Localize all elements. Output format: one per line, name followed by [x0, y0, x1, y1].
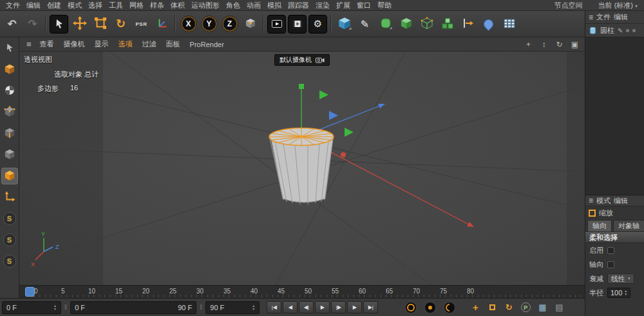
render-picture-viewer-button[interactable] [287, 14, 307, 34]
redo-button[interactable]: ↷ [23, 14, 43, 34]
snap-button[interactable]: S [2, 211, 17, 226]
menu-item[interactable]: 模拟 [264, 0, 285, 11]
dolly-view-icon[interactable]: ↕ [539, 40, 549, 49]
falloff-dropdown[interactable]: 线性 ▾ [607, 273, 634, 284]
stepper-icon[interactable]: ▲▼ [53, 304, 57, 311]
move-tool[interactable] [70, 14, 90, 34]
vp-menu-camera[interactable]: 摄像机 [59, 39, 90, 49]
live-selection-tool[interactable] [49, 14, 69, 34]
vp-menu-view[interactable]: 查看 [35, 39, 59, 49]
lock-z-axis-button[interactable]: Z [220, 14, 240, 34]
menu-item[interactable]: 动画 [243, 0, 264, 11]
edit-pencil-icon[interactable]: ✎ [618, 27, 623, 34]
am-menu-edit[interactable]: 编辑 [614, 196, 628, 206]
timeline-window-button[interactable]: ▤ [553, 302, 565, 313]
position-key-button[interactable]: + [469, 302, 481, 313]
cloner-button[interactable] [437, 14, 457, 34]
workplane-mode-button[interactable] [2, 147, 17, 163]
tab-object-axis[interactable]: 对象轴 [613, 220, 644, 232]
generator-button[interactable] [396, 14, 416, 34]
render-settings-button[interactable]: ⚙ [308, 14, 328, 34]
radius-value-field[interactable]: 100 ▲▼ [607, 288, 630, 298]
texture-mode-button[interactable] [2, 83, 17, 99]
coordinate-global-button[interactable] [240, 14, 260, 34]
scale-key-button[interactable] [486, 302, 498, 313]
object-name[interactable]: 圆柱 [600, 26, 614, 35]
menu-item[interactable]: 运动图形 [188, 0, 223, 11]
stepper-icon[interactable]: ▲▼ [624, 290, 627, 296]
make-editable-button[interactable] [2, 41, 17, 56]
hamburger-icon[interactable]: ≡ [23, 39, 35, 49]
volume-button[interactable] [478, 14, 498, 34]
orbit-view-icon[interactable]: ↻ [554, 40, 564, 49]
quantize-button[interactable]: S [2, 232, 17, 248]
om-menu-file[interactable]: 文件 [596, 12, 611, 22]
vp-menu-panel[interactable]: 面板 [162, 39, 185, 49]
timeline-playhead[interactable] [25, 287, 35, 297]
object-row-cylinder[interactable]: 圆柱 ✎ [585, 24, 644, 37]
transport-button[interactable]: |▶ [331, 301, 346, 313]
menu-item[interactable]: 编辑 [23, 0, 44, 11]
menu-item[interactable]: 网格 [126, 0, 147, 11]
transport-button[interactable]: ▶ [315, 301, 330, 313]
grip-handle[interactable]: ‖ [64, 304, 67, 311]
view-label[interactable]: 透视视图 [24, 55, 52, 64]
subdivision-surface-button[interactable] [375, 14, 395, 34]
hamburger-icon[interactable]: ≡ [589, 196, 593, 205]
menu-item[interactable]: 渲染 [312, 0, 333, 11]
menu-item[interactable]: 工具 [106, 0, 126, 11]
undo-button[interactable]: ↶ [2, 14, 22, 34]
viewport-canvas[interactable]: 透视视图 选取对象 总计 多边形 16 默认摄像机 Y X Z [19, 52, 585, 285]
parameter-key-button[interactable]: P [520, 302, 531, 313]
edges-mode-button[interactable] [2, 126, 17, 141]
grip-handle[interactable]: ‖ [200, 304, 202, 311]
workplane-snap-button[interactable]: S [2, 253, 17, 269]
vp-menu-prorender[interactable]: ProRender [185, 41, 229, 48]
preview-range-field[interactable]: 0 F 90 F [70, 301, 196, 314]
rotate-tool[interactable]: ↻ [111, 14, 131, 34]
menu-item[interactable]: 创建 [44, 0, 64, 11]
transport-button[interactable]: |◀ [267, 301, 281, 313]
polygons-mode-button[interactable] [2, 168, 17, 184]
menu-item[interactable]: 扩展 [333, 0, 354, 11]
points-mode-button[interactable] [2, 104, 17, 120]
psr-button[interactable]: PSR [131, 14, 151, 34]
end-frame-field[interactable]: 90 F ▲▼ [205, 301, 260, 314]
stepper-icon[interactable]: ▲▼ [252, 304, 255, 311]
array-grid-button[interactable] [499, 14, 519, 34]
tab-axis[interactable]: 轴向 [587, 220, 612, 232]
menu-item[interactable]: 窗口 [354, 0, 374, 11]
record-active-objects-button[interactable] [404, 301, 417, 314]
autokey-button[interactable] [424, 301, 437, 314]
coordinate-system-button[interactable] [152, 14, 172, 34]
layout-select[interactable]: 当前 (标准)▾ [598, 1, 638, 10]
rotation-key-button[interactable]: ↻ [503, 302, 515, 313]
am-menu-mode[interactable]: 模式 [596, 196, 611, 206]
menu-item[interactable]: 样条 [147, 0, 167, 11]
vp-menu-display[interactable]: 显示 [90, 39, 113, 49]
soft-selection-section-header[interactable]: 柔和选择 [585, 232, 644, 243]
point-level-animation-button[interactable]: ▦ [536, 302, 548, 313]
menu-item[interactable]: 文件 [3, 0, 23, 11]
render-view-button[interactable] [267, 14, 287, 34]
field-button[interactable] [458, 14, 478, 34]
transport-button[interactable]: ◀| [299, 301, 314, 313]
menu-item[interactable]: 跟踪器 [285, 0, 312, 11]
visibility-dot-icon[interactable] [632, 29, 636, 32]
instance-button[interactable] [417, 14, 437, 34]
transport-button[interactable]: ▶| [363, 301, 378, 313]
vp-menu-options[interactable]: 选项 [114, 39, 137, 49]
lock-y-axis-button[interactable]: Y [199, 14, 219, 34]
object-manager-list[interactable] [585, 37, 644, 195]
lock-x-axis-button[interactable]: X [178, 14, 198, 34]
pan-view-icon[interactable]: + [524, 40, 533, 49]
transport-button[interactable]: ▶ [347, 301, 362, 313]
enable-axis-button[interactable] [2, 190, 17, 205]
spline-pen-button[interactable]: ✎ [355, 14, 375, 34]
enable-checkbox[interactable] [607, 247, 614, 254]
vp-menu-filter[interactable]: 过滤 [138, 39, 161, 49]
node-space-label[interactable]: 节点空间 [554, 1, 583, 10]
menu-item[interactable]: 帮助 [374, 0, 395, 11]
timeline-ruler[interactable]: 05101520253035404550556065707580 [19, 285, 585, 298]
add-primitive-cube-button[interactable] [334, 14, 354, 34]
